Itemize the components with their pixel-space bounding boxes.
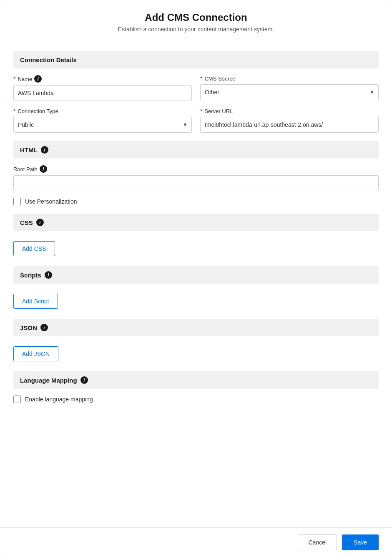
scripts-info-icon[interactable]: i — [45, 271, 52, 279]
root-path-info-icon[interactable]: i — [40, 165, 47, 173]
cms-source-group: * CMS Source Other WordPress Contentful … — [200, 75, 379, 101]
modal-footer: Cancel Save — [0, 527, 392, 557]
add-json-button[interactable]: Add JSON — [13, 346, 58, 361]
modal-container: Add CMS Connection Establish a connectio… — [0, 0, 392, 557]
html-info-icon[interactable]: i — [41, 146, 48, 154]
root-path-group: Root Path i — [13, 165, 379, 191]
css-info-icon[interactable]: i — [36, 219, 44, 226]
server-url-required-star: * — [200, 108, 202, 114]
css-section-header: CSS i — [13, 214, 379, 231]
scripts-section-header: Scripts i — [13, 266, 379, 284]
cancel-button[interactable]: Cancel — [298, 534, 337, 550]
name-label: * Name i — [13, 75, 192, 83]
enable-language-mapping-label: Enable language mapping — [25, 396, 93, 403]
connection-type-label: * Connection Type — [13, 108, 192, 114]
cms-source-select-wrapper: Other WordPress Contentful Drupal ▼ — [200, 84, 379, 100]
modal-subtitle: Establish a connection to your content m… — [17, 26, 375, 33]
connection-type-required-star: * — [13, 108, 15, 114]
json-section-header: JSON i — [13, 319, 379, 336]
root-path-label: Root Path i — [13, 165, 379, 173]
name-input[interactable] — [13, 85, 192, 101]
connection-details-section: Connection Details * Name i * CMS S — [13, 51, 379, 133]
json-section: JSON i Add JSON — [13, 319, 379, 363]
modal-body: Connection Details * Name i * CMS S — [0, 41, 392, 527]
html-section-header: HTML i — [13, 141, 379, 159]
json-info-icon[interactable]: i — [40, 324, 48, 331]
html-section-title: HTML — [20, 146, 38, 154]
json-section-title: JSON — [20, 324, 37, 331]
connection-type-row: * Connection Type Public Private ▼ * — [13, 108, 379, 133]
enable-language-mapping-checkbox[interactable] — [13, 396, 21, 403]
connection-details-header: Connection Details — [13, 51, 379, 68]
name-group: * Name i — [13, 75, 192, 101]
cms-source-label: * CMS Source — [200, 75, 379, 82]
use-personalization-group: Use Personalization — [13, 198, 379, 205]
modal-header: Add CMS Connection Establish a connectio… — [0, 0, 392, 41]
language-mapping-section: Language Mapping i Enable language mappi… — [13, 371, 379, 403]
modal-title: Add CMS Connection — [17, 12, 375, 23]
cms-source-select[interactable]: Other WordPress Contentful Drupal — [200, 84, 379, 100]
html-section: HTML i Root Path i Use Personalization — [13, 141, 379, 205]
connection-type-select[interactable]: Public Private — [13, 117, 192, 133]
enable-language-mapping-group: Enable language mapping — [13, 396, 379, 403]
language-mapping-section-title: Language Mapping — [20, 377, 77, 384]
css-section: CSS i Add CSS — [13, 214, 379, 258]
connection-type-group: * Connection Type Public Private ▼ — [13, 108, 192, 133]
connection-type-select-wrapper: Public Private ▼ — [13, 117, 192, 133]
connection-details-form-row: * Name i * CMS Source Other — [13, 75, 379, 101]
name-info-icon[interactable]: i — [34, 75, 42, 83]
server-url-input[interactable] — [200, 117, 379, 133]
css-section-title: CSS — [20, 219, 33, 226]
language-mapping-info-icon[interactable]: i — [80, 376, 88, 384]
use-personalization-checkbox[interactable] — [13, 198, 21, 205]
scripts-section: Scripts i Add Script — [13, 266, 379, 310]
scripts-section-title: Scripts — [20, 272, 41, 279]
connection-details-title: Connection Details — [20, 56, 77, 63]
language-mapping-section-header: Language Mapping i — [13, 371, 379, 389]
add-script-button[interactable]: Add Script — [13, 294, 58, 309]
use-personalization-label: Use Personalization — [25, 198, 77, 205]
name-required-star: * — [13, 76, 15, 82]
root-path-input[interactable] — [13, 175, 379, 191]
server-url-group: * Server URL — [200, 108, 379, 133]
add-css-button[interactable]: Add CSS — [13, 241, 55, 256]
cms-source-required-star: * — [200, 75, 202, 82]
server-url-label: * Server URL — [200, 108, 379, 114]
save-button[interactable]: Save — [342, 534, 379, 550]
